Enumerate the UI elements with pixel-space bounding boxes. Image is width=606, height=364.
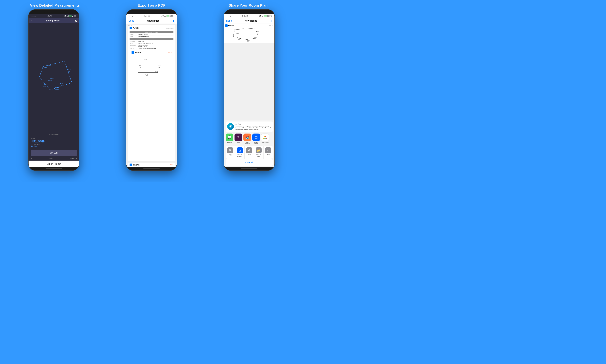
cancel-button[interactable]: Cancel <box>226 159 273 166</box>
status-right-2: ◁ ✪ ☁ 100% <box>161 15 174 17</box>
page-indicator-3: 6 of 12 <box>269 25 273 26</box>
floor-plan-svg: 11.53 OP-1 WA-1 9.84 WA-2 9.87 WA-3 8.66… <box>132 56 171 76</box>
svg-text:11.57: 11.57 <box>235 34 238 36</box>
close-button-1[interactable]: ✕ <box>75 19 77 23</box>
back-button-1[interactable]: ‹ <box>31 19 32 22</box>
ibooks-icon: 📚 <box>243 133 251 141</box>
battery-icon-2 <box>166 15 170 17</box>
phone3-done-button[interactable]: Done <box>226 19 232 22</box>
project-details-table: PROJECT New House DATE Sep 11, 2017 at 6… <box>130 40 173 49</box>
notch-1 <box>43 10 65 13</box>
share-app-dropbox[interactable]: ◻ Copy to Dropbox <box>252 133 260 144</box>
pdf-project-label: PROJECT <box>130 40 138 42</box>
phone3-screen: Done New House ⬆ PLNAR 6 of 12 13.85 WA <box>224 18 275 167</box>
action-copy[interactable]: ⎘ Copy <box>226 146 235 159</box>
time-2: 9:41 AM <box>144 15 150 17</box>
page-indicator-2: 1 of 12 <box>128 24 132 26</box>
walls-button[interactable]: WALLS <box>31 150 77 156</box>
room-title: Living Room <box>46 19 60 22</box>
print-label: Print <box>248 154 250 156</box>
svg-text:11.09: 11.09 <box>254 38 256 39</box>
print-icon: 🖨 <box>246 147 252 153</box>
perimeter-value: 96.08ʹ <box>31 145 77 148</box>
svg-text:WA-4: WA-4 <box>60 82 64 84</box>
share-app-slack[interactable]: S Slack <box>234 133 242 144</box>
svg-text:9.84: 9.84 <box>158 67 160 68</box>
gps-icon-1: ◁ ✪ ☁ <box>63 15 68 17</box>
plnar-footer-logo <box>132 51 134 54</box>
plnar-bottom-text: PLNAR <box>133 164 139 166</box>
pdf-share-button[interactable]: ⬆ <box>172 19 174 22</box>
pdf-date-label: DATE <box>130 42 138 44</box>
pdf-name-value: Johnny Appleseed <box>138 33 173 36</box>
pdf-email-value: Johnny@email.com <box>138 36 173 38</box>
svg-text:3.85: 3.85 <box>238 39 240 40</box>
svg-text:WA-2: WA-2 <box>236 33 239 34</box>
status-bar-3: ●●● ▲ 9:41 AM ◁ ✪ ☁ 100% <box>224 14 275 18</box>
phone-top-bar-2 <box>126 10 177 14</box>
svg-text:WA-3: WA-3 <box>247 40 250 41</box>
svg-text:WA-2: WA-2 <box>139 65 142 66</box>
svg-text:13.85: 13.85 <box>242 28 244 29</box>
action-save-files[interactable]: 📁 Save to Files <box>254 146 263 159</box>
pdf-project-value: New House <box>138 40 173 42</box>
signal-icon-1: ●●● ▲ <box>31 15 36 17</box>
more-icon: ··· <box>265 147 271 153</box>
phone3-share-button[interactable]: ⬆ <box>270 19 272 22</box>
phone-pdf: ●●● ▲ 9:41 AM ◁ ✪ ☁ 100% Done New House … <box>126 9 177 171</box>
home-bar-3 <box>241 169 257 169</box>
share-app-ibooks[interactable]: 📚 Copy to iBooks <box>243 133 251 144</box>
action-print[interactable]: 🖨 Print <box>245 146 254 159</box>
signal-icon-3: ●●● ▲ <box>227 15 231 17</box>
svg-text:WA-3: WA-3 <box>145 74 148 75</box>
action-more[interactable]: ··· More <box>263 146 273 159</box>
pdf-logo <box>130 27 132 29</box>
time-1: 9:41 AM <box>47 15 52 17</box>
share-app-drive[interactable]: Copy to Drive <box>261 133 269 144</box>
pdf-name-row: NAME Johnny Appleseed <box>130 33 173 36</box>
status-left-2: ●●● ▲ <box>129 15 134 17</box>
slack-icon: S <box>234 133 242 141</box>
pdf-address-label: ADDRESS <box>130 44 138 47</box>
status-right-1: ◁ ✪ ☁ 100% <box>63 15 76 17</box>
preview-floorplan: 13.85 WA-1 33.9' OP-1 WA-2 11.57 WA-3 12… <box>225 27 265 41</box>
svg-text:17.57: 17.57 <box>48 80 52 82</box>
floor-plan: 11.53 OP-1 WA-1 9.84 WA-2 9.87 WA-3 8.66… <box>130 55 173 78</box>
share-app-message[interactable]: 💬 Message <box>226 133 233 144</box>
col-length: LENGTH <box>70 158 77 160</box>
airdrop-info: AirDrop Share instantly with people near… <box>235 123 271 131</box>
icons-2: ◁ ✪ ☁ <box>161 15 166 17</box>
section-title-pdf: Export as a PDF <box>103 3 200 8</box>
airdrop-title: AirDrop <box>235 123 271 125</box>
svg-text:8.66: 8.66 <box>146 75 148 76</box>
phone-top-bar-1 <box>28 10 79 14</box>
actions-row: ⎘ Copy ◻ Save to Dropbox 🖨 Print 📁 Save … <box>226 146 273 159</box>
home-indicator-2 <box>126 167 177 170</box>
pdf-done-button[interactable]: Done <box>129 19 134 22</box>
section-title-measurements: View Detailed Measurements <box>7 3 103 8</box>
svg-text:WA-4: WA-4 <box>254 37 257 38</box>
pdf-preview-area: PLNAR 6 of 12 13.85 WA-1 33.9' OP-1 WA-2… <box>224 24 275 43</box>
share-sheet: AirDrop Share instantly with people near… <box>224 120 275 167</box>
share-apps-row: 💬 Message S Slack 📚 Copy to iBooks ◻ Cop… <box>224 133 275 146</box>
col-number: # <box>31 158 32 160</box>
dropbox-icon: ◻ <box>252 133 260 141</box>
svg-text:WA-3: WA-3 <box>55 87 59 89</box>
room-canvas[interactable]: 13.85 WA-1 33.9' OP-1 WA-2 17.57 WA-3 12… <box>28 23 79 133</box>
svg-text:12.92: 12.92 <box>247 41 249 41</box>
status-right-3: ◁ ✪ ☁ 100% <box>259 15 272 17</box>
plnar-bottom-logo <box>130 164 132 166</box>
export-button[interactable]: Export Project <box>28 161 79 167</box>
svg-text:13.85: 13.85 <box>47 64 51 66</box>
drive-icon <box>261 133 269 141</box>
area-label: AREA <box>31 138 77 139</box>
pdf-title: New House <box>147 19 159 22</box>
phone-measurements: ●●● ▲ 9:41 AM ◁ ✪ ☁ 100% ✕ ‹ Living Room… <box>28 9 79 171</box>
drive-svg <box>263 135 267 139</box>
phone1-screen: ✕ ‹ Living Room 🗑 13.85 WA-1 33.9' OP-1 … <box>28 18 79 167</box>
action-save-dropbox[interactable]: ◻ Save to Dropbox <box>235 146 244 159</box>
home-bar-2 <box>143 169 160 169</box>
save-files-icon: 📁 <box>256 147 262 153</box>
copy-label: Copy <box>229 154 232 156</box>
battery-label-1: 100% <box>73 15 76 17</box>
